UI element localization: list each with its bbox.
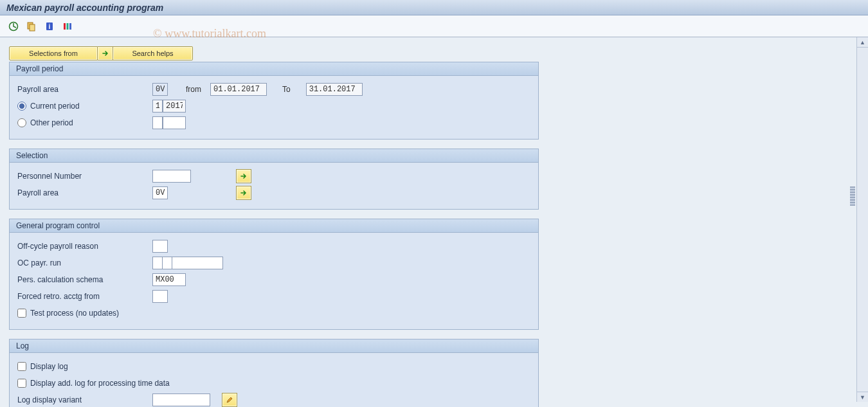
current-period-num-input[interactable]: [152, 100, 163, 113]
svg-rect-5: [64, 23, 66, 30]
to-label: To: [282, 85, 291, 94]
from-label: from: [186, 85, 201, 94]
selections-from-button[interactable]: Selections from: [9, 46, 98, 60]
group-title-log: Log: [10, 339, 538, 353]
toolbar: i: [0, 15, 868, 37]
personnel-number-input[interactable]: [152, 170, 191, 183]
group-title-general: General program control: [10, 219, 538, 233]
group-payroll-period: Payroll period Payroll area from To: [9, 62, 539, 140]
current-period-radio[interactable]: [17, 102, 26, 111]
label-oc-payr-run: OC payr. run: [17, 258, 152, 267]
group-title-payroll-period: Payroll period: [10, 62, 538, 76]
label-payroll-area2: Payroll area: [17, 188, 152, 197]
vertical-scrollbar[interactable]: ▲ ▼: [856, 37, 868, 402]
label-payroll-area: Payroll area: [17, 85, 152, 94]
offcycle-reason-input[interactable]: [152, 240, 168, 253]
current-period-year-input[interactable]: [163, 100, 186, 113]
display-add-log-label: Display add. log for processing time dat…: [30, 379, 170, 388]
label-calc-schema: Pers. calculation schema: [17, 275, 152, 284]
forced-retro-input[interactable]: [152, 290, 168, 303]
search-helps-button[interactable]: Search helps: [113, 46, 193, 60]
scroll-up-button[interactable]: ▲: [857, 37, 868, 48]
label-log-variant: Log display variant: [17, 395, 152, 404]
group-title-selection: Selection: [10, 149, 538, 163]
test-process-label: Test process (no updates): [30, 309, 119, 318]
label-offcycle-reason: Off-cycle payroll reason: [17, 242, 152, 251]
payroll-area2-input[interactable]: [152, 186, 168, 199]
current-period-label: Current period: [30, 102, 80, 111]
label-personnel-number: Personnel Number: [17, 172, 152, 181]
search-helps-arrow-button[interactable]: [98, 46, 113, 60]
other-period-year-input[interactable]: [163, 116, 186, 129]
svg-rect-2: [30, 24, 35, 31]
payroll-area-input[interactable]: [152, 83, 168, 96]
group-general-program-control: General program control Off-cycle payrol…: [9, 219, 539, 330]
group-selection: Selection Personnel Number Payroll area: [9, 149, 539, 210]
from-date-input[interactable]: [210, 83, 267, 96]
group-log: Log Display log Display add. log for pro…: [9, 339, 539, 407]
arrow-right-icon: [240, 172, 248, 180]
display-add-log-checkbox[interactable]: [17, 379, 26, 388]
color-legend-icon[interactable]: [62, 21, 73, 32]
svg-rect-7: [69, 23, 71, 30]
display-log-label: Display log: [30, 362, 68, 371]
test-process-checkbox[interactable]: [17, 309, 26, 318]
to-date-input[interactable]: [306, 83, 363, 96]
oc-run-b-input[interactable]: [162, 257, 172, 269]
page-title: Mexican payroll accounting program: [0, 0, 868, 15]
svg-rect-6: [67, 23, 69, 30]
arrow-right-icon: [102, 50, 109, 57]
log-variant-edit-button[interactable]: [222, 393, 237, 407]
label-forced-retro: Forced retro. acctg from: [17, 292, 152, 301]
other-period-label: Other period: [30, 118, 73, 127]
svg-text:i: i: [49, 23, 51, 30]
other-period-num-input[interactable]: [152, 116, 163, 129]
display-log-checkbox[interactable]: [17, 362, 26, 371]
oc-run-a-input[interactable]: [152, 257, 163, 269]
oc-run-c-input[interactable]: [172, 257, 223, 269]
scroll-down-button[interactable]: ▼: [857, 392, 868, 402]
calc-schema-input[interactable]: [152, 273, 186, 286]
pencil-icon: [226, 396, 233, 404]
log-variant-input[interactable]: [152, 393, 210, 406]
personnel-number-multiselect-button[interactable]: [236, 169, 251, 183]
payroll-area-multiselect-button[interactable]: [236, 186, 251, 200]
info-icon[interactable]: i: [44, 21, 55, 32]
other-period-radio[interactable]: [17, 118, 26, 127]
execute-icon[interactable]: [8, 21, 19, 32]
get-variant-icon[interactable]: [26, 21, 37, 32]
pane-grip[interactable]: [850, 186, 855, 206]
arrow-right-icon: [240, 189, 248, 197]
